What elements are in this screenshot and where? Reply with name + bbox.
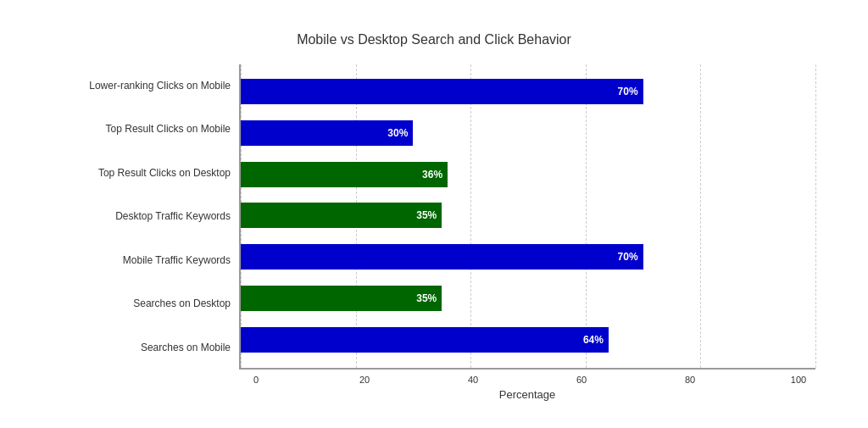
bar-row: 35% xyxy=(241,199,815,231)
chart-title: Mobile vs Desktop Search and Click Behav… xyxy=(53,32,815,47)
y-label: Top Result Clicks on Desktop xyxy=(53,156,231,190)
chart-area: Lower-ranking Clicks on MobileTop Result… xyxy=(53,64,815,370)
bar: 70% xyxy=(241,79,643,104)
bar-value-label: 35% xyxy=(416,209,437,221)
bar: 30% xyxy=(241,120,413,146)
bar-value-label: 30% xyxy=(387,127,408,139)
x-tick-label: 0 xyxy=(239,375,273,385)
bars-and-grid: 70%30%36%35%70%35%64% xyxy=(239,64,815,370)
bars-wrapper: 70%30%36%35%70%35%64% xyxy=(241,64,815,368)
bar-row: 64% xyxy=(241,324,815,356)
y-label: Mobile Traffic Keywords xyxy=(53,243,231,277)
bar-row: 30% xyxy=(241,117,815,149)
y-label: Top Result Clicks on Mobile xyxy=(53,113,231,147)
bar: 70% xyxy=(241,244,643,270)
bar-row: 35% xyxy=(241,282,815,314)
bar-value-label: 35% xyxy=(416,292,437,304)
bar-value-label: 36% xyxy=(422,169,442,181)
bar: 35% xyxy=(241,286,442,311)
bar: 35% xyxy=(241,203,442,228)
bar: 36% xyxy=(241,162,448,187)
x-tick-label: 60 xyxy=(565,375,598,385)
x-axis-labels: 020406080100 xyxy=(239,375,815,385)
bar-value-label: 70% xyxy=(618,251,638,263)
bar-row: 70% xyxy=(241,241,815,273)
bar-row: 70% xyxy=(241,75,815,108)
x-tick-label: 20 xyxy=(348,375,381,385)
chart-container: Mobile vs Desktop Search and Click Behav… xyxy=(27,15,841,414)
x-tick-label: 40 xyxy=(456,375,490,385)
y-label: Searches on Desktop xyxy=(53,286,231,320)
x-tick-label: 100 xyxy=(782,375,815,385)
y-labels: Lower-ranking Clicks on MobileTop Result… xyxy=(53,64,239,370)
bar: 64% xyxy=(241,327,609,353)
bar-value-label: 70% xyxy=(618,86,638,97)
grid-line xyxy=(815,64,816,368)
bar-value-label: 64% xyxy=(583,334,604,346)
bar-row: 36% xyxy=(241,158,815,191)
x-tick-label: 80 xyxy=(673,375,707,385)
x-axis-title: Percentage xyxy=(239,388,815,401)
y-label: Desktop Traffic Keywords xyxy=(53,199,231,233)
y-label: Lower-ranking Clicks on Mobile xyxy=(53,69,231,103)
y-label: Searches on Mobile xyxy=(53,331,231,364)
